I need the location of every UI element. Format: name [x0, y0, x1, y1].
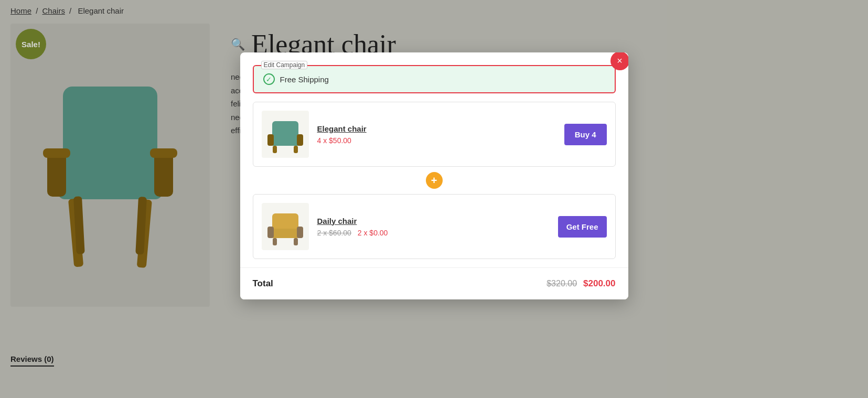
daily-price-original: 2 x $60.00: [317, 229, 351, 237]
elegant-chair-info: Elegant chair 4 x $50.00: [317, 124, 556, 145]
modal-product-list[interactable]: Elegant chair 4 x $50.00 Buy 4 +: [240, 102, 628, 267]
svg-rect-17: [271, 229, 300, 238]
daily-chair-image: [262, 203, 309, 250]
get-free-button[interactable]: Get Free: [558, 216, 607, 238]
svg-rect-12: [273, 146, 277, 153]
product-card-elegant: Elegant chair 4 x $50.00 Buy 4: [253, 102, 616, 167]
modal-overlay: × Edit Campaign ✓ Free Shipping: [0, 0, 868, 398]
campaign-banner: Edit Campaign ✓ Free Shipping: [253, 65, 616, 93]
daily-chair-price: 2 x $60.00 2 x $0.00: [317, 229, 550, 237]
svg-rect-16: [272, 213, 298, 230]
total-row: Total $320.00 $200.00: [240, 267, 628, 299]
svg-rect-15: [297, 134, 303, 146]
svg-rect-20: [267, 227, 274, 238]
campaign-modal: × Edit Campaign ✓ Free Shipping: [240, 52, 628, 299]
svg-rect-14: [267, 134, 274, 146]
svg-rect-19: [294, 238, 298, 245]
daily-price-discounted: 2 x $0.00: [358, 229, 388, 237]
plus-separator: +: [253, 172, 616, 189]
svg-rect-11: [271, 136, 300, 146]
total-label: Total: [253, 278, 273, 289]
svg-rect-21: [297, 227, 303, 238]
daily-chair-name: Daily chair: [317, 217, 550, 225]
daily-chair-info: Daily chair 2 x $60.00 2 x $0.00: [317, 217, 550, 237]
total-discounted-price: $200.00: [583, 278, 615, 289]
buy-4-button[interactable]: Buy 4: [564, 124, 607, 145]
campaign-check-icon: ✓: [263, 73, 275, 85]
svg-rect-13: [294, 146, 298, 153]
plus-icon: +: [426, 172, 443, 189]
elegant-chair-name: Elegant chair: [317, 124, 556, 133]
elegant-chair-price: 4 x $50.00: [317, 136, 556, 145]
modal-close-button[interactable]: ×: [610, 52, 628, 70]
elegant-chair-image: [262, 111, 309, 158]
campaign-label: Edit Campaign: [261, 61, 308, 69]
svg-rect-10: [272, 121, 298, 138]
product-card-daily: Daily chair 2 x $60.00 2 x $0.00 Get Fre…: [253, 194, 616, 259]
total-prices: $320.00 $200.00: [546, 278, 615, 289]
total-original-price: $320.00: [546, 279, 577, 288]
campaign-text: Free Shipping: [280, 75, 329, 84]
svg-rect-18: [273, 238, 277, 245]
